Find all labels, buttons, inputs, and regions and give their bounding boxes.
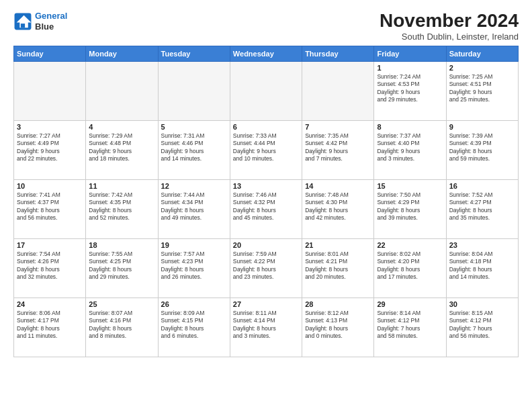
week-row-3: 10Sunrise: 7:41 AM Sunset: 4:37 PM Dayli… (14, 179, 519, 238)
page: General Blue November 2024 South Dublin,… (0, 0, 532, 364)
day-cell (86, 61, 158, 120)
day-number: 8 (377, 123, 443, 131)
day-number: 6 (233, 123, 299, 131)
day-cell: 7Sunrise: 7:35 AM Sunset: 4:42 PM Daylig… (302, 120, 374, 179)
day-info: Sunrise: 7:39 AM Sunset: 4:39 PM Dayligh… (449, 132, 515, 163)
header-monday: Monday (86, 46, 158, 61)
month-title: November 2024 (380, 11, 519, 32)
location-subtitle: South Dublin, Leinster, Ireland (380, 32, 519, 42)
logo: General Blue (13, 11, 67, 32)
day-number: 3 (17, 123, 83, 131)
header: General Blue November 2024 South Dublin,… (13, 11, 519, 42)
week-row-2: 3Sunrise: 7:27 AM Sunset: 4:49 PM Daylig… (14, 120, 519, 179)
day-info: Sunrise: 7:48 AM Sunset: 4:30 PM Dayligh… (305, 191, 371, 222)
day-info: Sunrise: 7:24 AM Sunset: 4:53 PM Dayligh… (377, 73, 443, 104)
day-number: 4 (89, 123, 154, 131)
day-cell: 20Sunrise: 7:59 AM Sunset: 4:22 PM Dayli… (230, 238, 302, 298)
day-number: 5 (161, 123, 227, 131)
day-number: 9 (449, 123, 515, 131)
day-cell: 5Sunrise: 7:31 AM Sunset: 4:46 PM Daylig… (158, 120, 230, 179)
day-info: Sunrise: 7:52 AM Sunset: 4:27 PM Dayligh… (449, 191, 515, 222)
day-cell: 3Sunrise: 7:27 AM Sunset: 4:49 PM Daylig… (14, 120, 86, 179)
day-number: 19 (161, 241, 227, 249)
day-number: 20 (233, 241, 299, 249)
day-cell: 26Sunrise: 8:09 AM Sunset: 4:15 PM Dayli… (158, 298, 230, 357)
day-info: Sunrise: 7:44 AM Sunset: 4:34 PM Dayligh… (161, 191, 227, 222)
day-cell: 10Sunrise: 7:41 AM Sunset: 4:37 PM Dayli… (14, 179, 86, 238)
header-wednesday: Wednesday (230, 46, 302, 61)
day-info: Sunrise: 8:12 AM Sunset: 4:13 PM Dayligh… (305, 310, 371, 340)
day-cell: 22Sunrise: 8:02 AM Sunset: 4:20 PM Dayli… (374, 238, 446, 298)
day-number: 10 (17, 182, 83, 190)
day-number: 7 (305, 123, 371, 131)
day-info: Sunrise: 7:37 AM Sunset: 4:40 PM Dayligh… (377, 132, 443, 163)
day-info: Sunrise: 8:11 AM Sunset: 4:14 PM Dayligh… (233, 310, 299, 340)
day-info: Sunrise: 7:54 AM Sunset: 4:26 PM Dayligh… (17, 250, 83, 281)
day-info: Sunrise: 7:59 AM Sunset: 4:22 PM Dayligh… (233, 250, 299, 281)
day-number: 15 (377, 182, 443, 190)
day-number: 12 (161, 182, 227, 190)
day-cell (302, 61, 374, 120)
day-number: 29 (377, 300, 443, 308)
day-number: 22 (377, 241, 443, 249)
title-block: November 2024 South Dublin, Leinster, Ir… (380, 11, 519, 42)
day-cell (14, 61, 86, 120)
day-cell: 24Sunrise: 8:06 AM Sunset: 4:17 PM Dayli… (14, 298, 86, 357)
day-info: Sunrise: 7:41 AM Sunset: 4:37 PM Dayligh… (17, 191, 83, 222)
day-number: 21 (305, 241, 371, 249)
weekday-header-row: Sunday Monday Tuesday Wednesday Thursday… (14, 46, 519, 61)
day-info: Sunrise: 7:42 AM Sunset: 4:35 PM Dayligh… (89, 191, 154, 222)
day-info: Sunrise: 7:35 AM Sunset: 4:42 PM Dayligh… (305, 132, 371, 163)
day-cell: 15Sunrise: 7:50 AM Sunset: 4:29 PM Dayli… (374, 179, 446, 238)
logo-icon (13, 12, 32, 31)
day-info: Sunrise: 7:25 AM Sunset: 4:51 PM Dayligh… (449, 73, 515, 104)
day-cell: 16Sunrise: 7:52 AM Sunset: 4:27 PM Dayli… (446, 179, 518, 238)
day-number: 24 (17, 300, 83, 308)
day-cell: 18Sunrise: 7:55 AM Sunset: 4:25 PM Dayli… (86, 238, 158, 298)
day-info: Sunrise: 8:02 AM Sunset: 4:20 PM Dayligh… (377, 250, 443, 281)
svg-rect-2 (21, 24, 25, 28)
day-number: 23 (449, 241, 515, 249)
day-info: Sunrise: 7:29 AM Sunset: 4:48 PM Dayligh… (89, 132, 154, 163)
day-cell: 13Sunrise: 7:46 AM Sunset: 4:32 PM Dayli… (230, 179, 302, 238)
day-number: 30 (449, 300, 515, 308)
day-cell: 14Sunrise: 7:48 AM Sunset: 4:30 PM Dayli… (302, 179, 374, 238)
day-number: 14 (305, 182, 371, 190)
week-row-4: 17Sunrise: 7:54 AM Sunset: 4:26 PM Dayli… (14, 238, 519, 298)
day-cell: 28Sunrise: 8:12 AM Sunset: 4:13 PM Dayli… (302, 298, 374, 357)
day-cell: 23Sunrise: 8:04 AM Sunset: 4:18 PM Dayli… (446, 238, 518, 298)
day-cell: 12Sunrise: 7:44 AM Sunset: 4:34 PM Dayli… (158, 179, 230, 238)
day-info: Sunrise: 8:14 AM Sunset: 4:12 PM Dayligh… (377, 310, 443, 340)
day-cell: 27Sunrise: 8:11 AM Sunset: 4:14 PM Dayli… (230, 298, 302, 357)
day-number: 27 (233, 300, 299, 308)
day-cell: 2Sunrise: 7:25 AM Sunset: 4:51 PM Daylig… (446, 61, 518, 120)
day-info: Sunrise: 8:06 AM Sunset: 4:17 PM Dayligh… (17, 310, 83, 340)
header-friday: Friday (374, 46, 446, 61)
day-info: Sunrise: 8:09 AM Sunset: 4:15 PM Dayligh… (161, 310, 227, 340)
day-info: Sunrise: 7:27 AM Sunset: 4:49 PM Dayligh… (17, 132, 83, 163)
day-number: 28 (305, 300, 371, 308)
day-cell: 29Sunrise: 8:14 AM Sunset: 4:12 PM Dayli… (374, 298, 446, 357)
day-cell: 8Sunrise: 7:37 AM Sunset: 4:40 PM Daylig… (374, 120, 446, 179)
day-info: Sunrise: 7:50 AM Sunset: 4:29 PM Dayligh… (377, 191, 443, 222)
day-info: Sunrise: 7:55 AM Sunset: 4:25 PM Dayligh… (89, 250, 154, 281)
day-number: 16 (449, 182, 515, 190)
day-cell: 6Sunrise: 7:33 AM Sunset: 4:44 PM Daylig… (230, 120, 302, 179)
day-number: 26 (161, 300, 227, 308)
day-cell: 25Sunrise: 8:07 AM Sunset: 4:16 PM Dayli… (86, 298, 158, 357)
header-tuesday: Tuesday (158, 46, 230, 61)
day-info: Sunrise: 8:07 AM Sunset: 4:16 PM Dayligh… (89, 310, 154, 340)
header-saturday: Saturday (446, 46, 518, 61)
day-cell: 9Sunrise: 7:39 AM Sunset: 4:39 PM Daylig… (446, 120, 518, 179)
header-thursday: Thursday (302, 46, 374, 61)
logo-text: General Blue (35, 11, 67, 32)
day-number: 1 (377, 64, 443, 72)
day-info: Sunrise: 8:15 AM Sunset: 4:12 PM Dayligh… (449, 310, 515, 340)
day-cell: 4Sunrise: 7:29 AM Sunset: 4:48 PM Daylig… (86, 120, 158, 179)
day-info: Sunrise: 7:33 AM Sunset: 4:44 PM Dayligh… (233, 132, 299, 163)
week-row-1: 1Sunrise: 7:24 AM Sunset: 4:53 PM Daylig… (14, 61, 519, 120)
day-info: Sunrise: 7:46 AM Sunset: 4:32 PM Dayligh… (233, 191, 299, 222)
day-cell: 17Sunrise: 7:54 AM Sunset: 4:26 PM Dayli… (14, 238, 86, 298)
day-cell: 30Sunrise: 8:15 AM Sunset: 4:12 PM Dayli… (446, 298, 518, 357)
day-cell: 19Sunrise: 7:57 AM Sunset: 4:23 PM Dayli… (158, 238, 230, 298)
